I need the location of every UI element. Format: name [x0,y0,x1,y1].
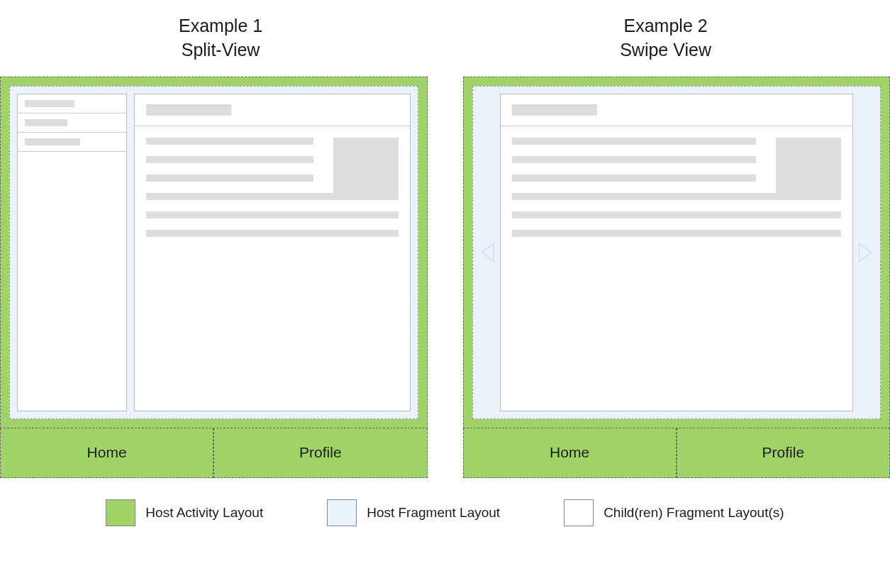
example-1-title: Example 1 Split-View [179,14,262,62]
host-fragment-layout [472,86,881,419]
nav-profile[interactable]: Profile [677,428,890,478]
placeholder-line [512,138,757,145]
placeholder-line [25,119,67,126]
legend-host-activity: Host Activity Layout [106,499,263,526]
title-line: Swipe View [620,38,711,62]
placeholder-line [146,156,313,163]
child-fragment-detail [500,94,854,411]
example-swipe-view: Home Profile [463,77,891,478]
nav-home[interactable]: Home [0,428,213,478]
title-line: Split-View [179,38,262,62]
legend-child-fragment: Child(ren) Fragment Layout(s) [564,499,784,526]
detail-body [135,126,410,260]
legend-label: Host Fragment Layout [367,505,500,521]
swipe-right-arrow-icon[interactable] [859,243,872,262]
placeholder-line [146,211,399,218]
detail-header [135,94,410,126]
host-fragment-layout [9,86,418,419]
legend-host-fragment: Host Fragment Layout [327,499,500,526]
swipe-view-container [480,94,874,411]
bottom-nav: Home Profile [0,428,428,478]
legend-swatch-green [106,499,135,526]
child-fragment-detail [134,94,411,411]
child-fragment-list [17,94,127,411]
list-item[interactable] [18,133,126,152]
examples-row: Home Profile [0,77,890,478]
placeholder-line [512,174,757,182]
placeholder-line [146,174,313,182]
placeholder-line [512,156,757,163]
legend-swatch-blue [327,499,357,526]
list-item[interactable] [18,113,126,133]
placeholder-line [512,230,842,237]
placeholder-image [333,138,399,200]
detail-header [501,94,853,126]
list-item[interactable] [18,94,126,113]
nav-profile[interactable]: Profile [213,428,427,478]
placeholder-line [512,211,842,218]
placeholder-line [25,138,80,145]
legend-label: Child(ren) Fragment Layout(s) [603,505,784,521]
example-2-title: Example 2 Swipe View [620,14,711,62]
placeholder-image [776,138,841,200]
nav-home[interactable]: Home [463,428,677,478]
host-activity-layout [0,77,428,428]
legend-label: Host Activity Layout [145,505,263,521]
placeholder-line [25,100,74,107]
split-view-container [17,94,411,411]
placeholder-title [512,104,597,116]
titles-row: Example 1 Split-View Example 2 Swipe Vie… [0,14,890,62]
detail-body [501,126,853,260]
swipe-left-arrow-icon[interactable] [482,243,494,262]
placeholder-title [146,104,231,116]
host-activity-layout [463,77,891,428]
bottom-nav: Home Profile [463,428,891,478]
example-split-view: Home Profile [0,77,428,478]
placeholder-line [146,138,313,145]
title-line: Example 2 [620,14,711,38]
placeholder-line [146,230,399,237]
title-line: Example 1 [179,14,262,38]
legend-swatch-white [564,499,594,526]
legend: Host Activity Layout Host Fragment Layou… [0,499,890,526]
